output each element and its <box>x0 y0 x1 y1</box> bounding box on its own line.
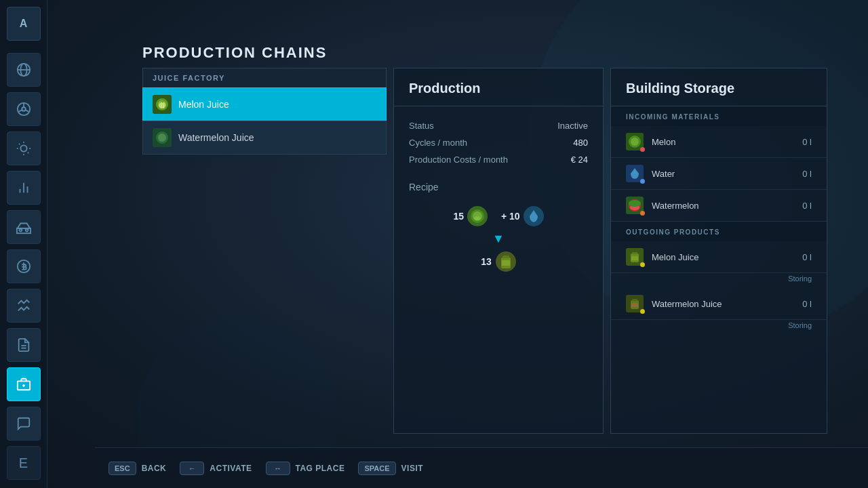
visit-label: VISIT <box>401 464 424 473</box>
sidebar: A <box>0 0 47 488</box>
costs-label: Production Costs / month <box>409 155 508 165</box>
recipe-melon-amount: 15 <box>453 211 464 222</box>
melon-juice-icon: 🍈 <box>153 95 172 114</box>
svg-line-12 <box>27 152 28 153</box>
watermelon-juice-out-value: 0 l <box>802 299 812 309</box>
svg-point-20 <box>19 229 22 232</box>
svg-rect-49 <box>631 303 638 307</box>
sidebar-item-steering[interactable] <box>7 92 41 126</box>
watermelon-juice-out-name: Watermelon Juice <box>652 299 794 309</box>
svg-rect-46 <box>631 256 638 260</box>
melon-storage-icon <box>626 133 644 150</box>
svg-rect-38 <box>502 260 510 266</box>
status-label: Status <box>409 121 434 131</box>
svg-point-8 <box>20 145 26 151</box>
svg-text:🍈: 🍈 <box>158 100 167 109</box>
sidebar-item-farm[interactable] <box>7 210 41 244</box>
back-label: BACK <box>142 464 167 473</box>
recipe-output: 13 <box>481 251 516 272</box>
chain-item-melon-juice[interactable]: 🍈 Melon Juice <box>142 87 387 121</box>
svg-marker-19 <box>17 224 29 228</box>
recipe-output-amount: 13 <box>481 256 492 267</box>
costs-value: € 24 <box>571 155 588 165</box>
esc-key: ESC <box>108 462 136 475</box>
recipe-water-icon <box>524 206 544 226</box>
watermelon-juice-icon <box>153 128 172 147</box>
sidebar-item-weather[interactable] <box>7 131 41 165</box>
sidebar-item-globe[interactable] <box>7 53 41 87</box>
svg-line-11 <box>18 144 19 144</box>
recipe-melon-icon <box>467 206 488 226</box>
page-title: PRODUCTION CHAINS <box>142 44 327 62</box>
chains-panel: JUICE FACTORY 🍈 Melon Juice Watermelon J… <box>142 68 387 434</box>
storage-item-water: Water 0 l <box>611 158 827 190</box>
water-storage-value: 0 l <box>802 169 812 179</box>
production-header: Production <box>394 68 603 106</box>
sidebar-item-stats[interactable] <box>7 171 41 205</box>
watermelon-storage-icon <box>626 197 644 214</box>
sidebar-item-docs[interactable] <box>7 328 41 362</box>
storage-item-watermelon: Watermelon 0 l <box>611 190 827 222</box>
chains-category-label: JUICE FACTORY <box>142 68 387 87</box>
storage-panel: Building Storage INCOMING MATERIALS Melo… <box>610 68 827 434</box>
sidebar-item-chat[interactable] <box>7 407 41 441</box>
svg-point-43 <box>629 200 641 207</box>
cycles-label: Cycles / month <box>409 138 467 148</box>
storage-outgoing-watermelon-juice: Watermelon Juice 0 l <box>611 288 827 320</box>
recipe-title: Recipe <box>409 182 588 192</box>
melon-juice-out-icon <box>626 248 644 266</box>
status-value: Inactive <box>557 121 588 131</box>
watermelon-storage-name: Watermelon <box>652 201 794 211</box>
svg-point-4 <box>22 107 26 111</box>
svg-point-40 <box>631 138 639 146</box>
storage-item-melon: Melon 0 l <box>611 126 827 158</box>
water-storage-name: Water <box>652 169 794 179</box>
watermelon-storage-value: 0 l <box>802 201 812 211</box>
storage-outgoing-melon-juice: Melon Juice 0 l <box>611 241 827 273</box>
incoming-materials-header: INCOMING MATERIALS <box>611 106 827 126</box>
outgoing-products-header: OUTGOING PRODUCTS <box>611 222 827 241</box>
svg-point-32 <box>158 134 166 142</box>
tag-place-button[interactable]: ↔ TAG PLACE <box>266 462 345 475</box>
melon-juice-out-name: Melon Juice <box>652 252 794 262</box>
watermelon-juice-storing-label: Storing <box>611 320 827 335</box>
sidebar-item-money[interactable] <box>7 249 41 283</box>
recipe-output-icon <box>496 251 516 272</box>
recipe-input-water: + 10 <box>501 206 544 226</box>
storage-header: Building Storage <box>611 68 827 106</box>
cycles-value: 480 <box>573 138 588 148</box>
watermelon-juice-label: Watermelon Juice <box>178 132 254 143</box>
recipe-input-melon: 15 <box>453 206 488 226</box>
melon-juice-storing-label: Storing <box>611 273 827 288</box>
bottom-toolbar: ESC BACK ← ACTIVATE ↔ TAG PLACE SPACE VI… <box>95 447 868 488</box>
sidebar-item-production[interactable] <box>7 367 41 401</box>
sidebar-top-label: A <box>7 7 41 41</box>
back-button[interactable]: ESC BACK <box>108 462 166 475</box>
melon-juice-label: Melon Juice <box>178 99 229 110</box>
activate-button[interactable]: ← ACTIVATE <box>180 462 252 475</box>
recipe-water-amount: + 10 <box>501 211 520 222</box>
sidebar-bottom-label: E <box>7 446 41 480</box>
activate-key: ← <box>180 462 204 475</box>
chain-item-watermelon-juice[interactable]: Watermelon Juice <box>142 121 387 155</box>
melon-storage-value: 0 l <box>802 137 812 147</box>
visit-button[interactable]: SPACE VISIT <box>358 462 423 475</box>
svg-point-35 <box>474 216 481 220</box>
melon-storage-name: Melon <box>652 137 794 147</box>
svg-rect-48 <box>632 299 637 301</box>
svg-point-21 <box>25 229 28 232</box>
space-key: SPACE <box>358 462 395 475</box>
production-panel: Production Status Inactive Cycles / mont… <box>393 68 604 434</box>
water-storage-icon <box>626 165 644 182</box>
activate-label: ACTIVATE <box>210 464 252 473</box>
watermelon-juice-out-icon <box>626 295 644 312</box>
melon-juice-out-value: 0 l <box>802 252 812 262</box>
svg-rect-37 <box>502 256 509 258</box>
tag-label: TAG PLACE <box>296 464 345 473</box>
tag-key: ↔ <box>266 462 290 475</box>
sidebar-item-animals[interactable] <box>7 289 41 323</box>
svg-rect-45 <box>632 252 637 254</box>
recipe-arrow-down: ▼ <box>492 232 505 246</box>
